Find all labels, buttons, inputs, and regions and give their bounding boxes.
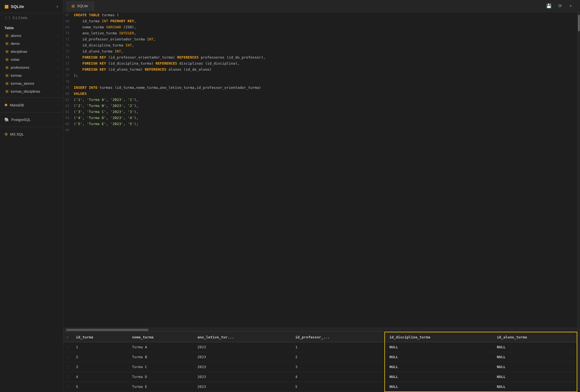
row-menu-icon[interactable]: ⋮ xyxy=(63,342,72,352)
code-editor[interactable]: 67CREATE TABLE turmas (68 id_turma INT P… xyxy=(63,12,577,328)
line-content: ano_letivo_turma INTEGER, xyxy=(74,30,573,36)
save-button[interactable]: 💾 xyxy=(545,2,553,10)
divider-1 xyxy=(0,98,63,98)
sidebar-item-label-turmas: turmas xyxy=(11,73,22,78)
line-content: id_professor_orientador_turma INT, xyxy=(74,36,573,42)
row-menu-icon[interactable]: ⋮ xyxy=(63,372,72,382)
sidebar-label-postgresql: PostgreSQL xyxy=(11,118,31,122)
results-header-row: · id_turma nome_turma ano_letivo_tur... … xyxy=(63,332,577,342)
col-header-id-turma[interactable]: id_turma xyxy=(72,332,128,342)
version-icon: ⋮⋮ xyxy=(4,16,11,20)
token: 'Turma E' xyxy=(87,122,106,126)
cell-id-aluno: NULL xyxy=(493,382,577,392)
sidebar-item-mssql[interactable]: ⚙ MS SQL 〈 xyxy=(0,129,63,139)
line-content xyxy=(74,79,573,84)
table-section-label: Table xyxy=(0,23,63,32)
col-header-id-aluno[interactable]: id_aluno_turma xyxy=(493,332,577,342)
token: ( xyxy=(74,98,76,102)
chevron-icon-turmas: 〈 xyxy=(56,73,59,78)
cell-id-turma: 1 xyxy=(72,342,128,352)
token: , xyxy=(106,104,110,108)
sidebar-item-mariadb[interactable]: ✱ MariaDB 〈 xyxy=(0,100,63,110)
token: 'Turma C' xyxy=(87,110,106,114)
token: ( xyxy=(74,122,76,126)
row-menu-icon[interactable]: ⋮ xyxy=(63,382,72,392)
table-row: ⋮1Turma A20231NULLNULL xyxy=(63,342,577,352)
sidebar-item-turmas[interactable]: ⊞ turmas 〈 xyxy=(0,71,63,79)
sidebar-label-mariadb: MariaDB xyxy=(10,103,24,107)
sidebar-item-turmas-disciplinas[interactable]: ⊞ turmas_disciplinas 〈 xyxy=(0,87,63,95)
sidebar-item-postgresql[interactable]: 🐘 PostgreSQL 〈 xyxy=(0,115,63,125)
token: VALUES xyxy=(74,92,87,96)
token: , xyxy=(123,122,128,126)
results-area[interactable]: · id_turma nome_turma ano_letivo_tur... … xyxy=(63,332,577,392)
table-icon-turmas-alunos: ⊞ xyxy=(6,81,9,85)
cell-id-professor: 4 xyxy=(291,372,385,382)
token: '2023' xyxy=(110,98,123,102)
sidebar-chevron-icon[interactable]: ∨ xyxy=(56,5,59,9)
token: '1' xyxy=(76,98,82,102)
sidebar: ▦ SQLite ∨ ⋮⋮ 0.1.3 beta Table ⊞ alunos … xyxy=(0,0,63,392)
token: id_professor_orientador_turma xyxy=(74,37,147,41)
code-line-72: 72 id_disciplina_turma INT, xyxy=(63,42,577,48)
token: '2023' xyxy=(110,110,123,114)
sidebar-item-alunos[interactable]: ⊞ alunos 〈 xyxy=(0,32,63,40)
cell-id-professor: 5 xyxy=(291,382,385,392)
col-header-ano-letivo[interactable]: ano_letivo_tur... xyxy=(193,332,291,342)
token: PRIMARY KEY xyxy=(110,19,134,23)
line-content: ('2', 'Turma B', '2023', '2'), xyxy=(74,103,573,109)
token: ( xyxy=(74,110,76,114)
line-content: ); xyxy=(74,73,573,78)
token: , xyxy=(106,110,110,114)
sidebar-item-label-turmas-alunos: turmas_alunos xyxy=(11,81,34,85)
sqlite-icon: ▦ xyxy=(4,4,9,9)
sidebar-item-notas[interactable]: ⊞ notas 〈 xyxy=(0,56,63,64)
token: , xyxy=(82,110,87,114)
token: '2023' xyxy=(110,116,123,120)
col-header-id-disciplina[interactable]: id_disciplina_turma xyxy=(385,332,493,342)
token: turmas (id_turma,nome_turma,ano_letivo_t… xyxy=(97,85,261,90)
col-header-id-professor[interactable]: id_professor_... xyxy=(291,332,385,342)
token: (id_aluno_turma) xyxy=(106,67,145,71)
token: (id_disciplina_turma) xyxy=(106,61,155,65)
token: turmas ( xyxy=(100,13,119,17)
token: INT xyxy=(102,19,108,23)
add-button[interactable]: ＋ xyxy=(567,2,574,10)
horizontal-scrollbar[interactable] xyxy=(63,328,577,332)
code-line-73: 73 id_aluno_turma INT, xyxy=(63,48,577,54)
line-number: 68 xyxy=(63,19,74,24)
tab-bar-actions: 💾 ⟳ ＋ xyxy=(545,2,577,10)
row-menu-icon[interactable]: ⋮ xyxy=(63,362,72,372)
sidebar-header[interactable]: ▦ SQLite ∨ xyxy=(0,0,63,13)
token: '3' xyxy=(76,110,82,114)
token: REFERENCES xyxy=(155,61,177,65)
row-menu-icon[interactable]: ⋮ xyxy=(63,352,72,362)
sidebar-item-demo[interactable]: ⊞ demo 〈 xyxy=(0,40,63,48)
sidebar-label-mssql: MS SQL xyxy=(10,132,24,136)
chevron-icon-professores: 〈 xyxy=(56,65,59,70)
tab-bar: ⊞ SQLite 💾 ⟳ ＋ xyxy=(63,0,580,12)
code-line-78: 78 xyxy=(63,79,577,85)
token: '1' xyxy=(128,98,134,102)
line-number: 75 xyxy=(63,61,74,67)
sidebar-item-professores[interactable]: ⊞ professores 〈 xyxy=(0,64,63,71)
token: ); xyxy=(74,73,78,78)
token: INTEGER xyxy=(119,31,134,35)
cell-id-disciplina: NULL xyxy=(385,382,493,392)
sidebar-item-label-notas: notas xyxy=(11,57,20,62)
token: INT xyxy=(115,49,121,53)
code-line-80: 80VALUES xyxy=(63,91,577,97)
line-number: 71 xyxy=(63,37,74,42)
sidebar-item-turmas-alunos[interactable]: ⊞ turmas_alunos 〈 xyxy=(0,79,63,87)
line-content: id_turma INT PRIMARY KEY, xyxy=(74,18,573,24)
sidebar-item-disciplinas[interactable]: ⊞ disciplinas 〈 xyxy=(0,48,63,56)
token: (id_professor_orientador_turma) xyxy=(106,55,177,59)
table-icon-alunos: ⊞ xyxy=(6,34,9,38)
col-header-nome-turma[interactable]: nome_turma xyxy=(128,332,193,342)
refresh-button[interactable]: ⟳ xyxy=(557,2,563,10)
token xyxy=(74,61,82,65)
sidebar-item-label-professores: professores xyxy=(11,65,29,70)
vertical-scrollbar[interactable] xyxy=(577,12,580,392)
cell-id-disciplina: NULL xyxy=(385,342,493,352)
tab-sqlite[interactable]: ⊞ SQLite xyxy=(66,1,94,11)
